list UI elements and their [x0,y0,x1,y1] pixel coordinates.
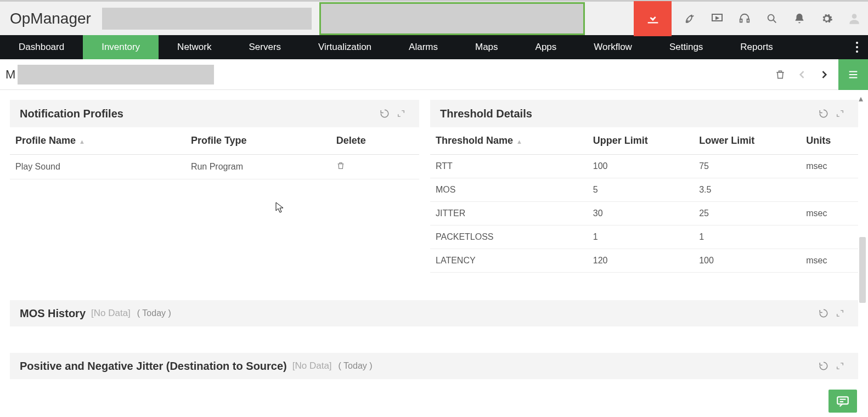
nav-item-reports[interactable]: Reports [722,35,792,59]
col-threshold-name[interactable]: Threshold Name▲ [430,127,588,155]
refresh-button[interactable] [815,358,832,374]
nav-item-maps[interactable]: Maps [456,35,517,59]
app-logo: OpManager [0,10,102,27]
table-row[interactable]: PACKETLOSS11 [430,226,858,249]
gear-icon[interactable] [813,1,841,36]
download-icon [645,10,661,27]
cell-lower-limit: 25 [694,202,801,226]
mos-history-range[interactable]: ( Today ) [137,308,171,318]
delete-device-button[interactable] [769,64,791,86]
svg-rect-2 [747,19,749,21]
cell-lower-limit: 100 [694,249,801,273]
refresh-button[interactable] [815,105,832,122]
table-row[interactable]: Play SoundRun Program [10,155,419,179]
cell-units: msec [801,202,858,226]
prev-device-button [791,64,813,86]
cell-units [801,178,858,202]
threshold-details-header: Threshold Details [430,100,858,127]
col-lower-limit[interactable]: Lower Limit [694,127,801,155]
svg-rect-1 [740,19,742,21]
cell-threshold-name: JITTER [430,202,588,226]
headset-icon[interactable] [731,1,758,36]
rocket-icon[interactable] [676,1,703,36]
svg-point-3 [768,14,774,20]
download-button[interactable] [634,1,672,36]
cell-threshold-name: MOS [430,178,588,202]
notification-profiles-title: Notification Profiles [20,108,123,120]
avatar-icon[interactable] [841,1,868,36]
svg-point-7 [856,50,858,53]
cell-upper-limit: 30 [588,202,694,226]
cell-lower-limit: 1 [694,226,801,249]
jitter-panel-range[interactable]: ( Today ) [339,361,373,371]
col-profile-name[interactable]: Profile Name▲ [10,127,185,155]
table-row[interactable]: RTT10075msec [430,155,858,178]
svg-point-6 [856,46,858,48]
nav-item-network[interactable]: Network [159,35,230,59]
nav-item-settings[interactable]: Settings [651,35,722,59]
expand-button[interactable] [393,105,409,122]
cell-lower-limit: 75 [694,155,801,178]
nav-item-dashboard[interactable]: Dashboard [0,35,83,59]
threshold-details-panel: Threshold Details Threshold Name▲ Upper … [430,100,858,273]
lower-panels: MOS History [No Data] ( Today ) Positive… [0,300,868,379]
cell-units: msec [801,249,858,273]
nav-item-workflow[interactable]: Workflow [575,35,651,59]
cell-threshold-name: LATENCY [430,249,588,273]
cell-threshold-name: RTT [430,155,588,178]
cell-profile-type: Run Program [185,155,331,179]
breadcrumb-placeholder [18,65,214,84]
nav-item-servers[interactable]: Servers [230,35,300,59]
delete-row-button[interactable] [336,162,345,172]
svg-point-5 [856,42,858,44]
expand-button[interactable] [832,105,848,122]
mos-history-panel: MOS History [No Data] ( Today ) [10,300,858,326]
sort-indicator-icon: ▲ [516,138,522,145]
scroll-up-icon[interactable]: ▴ [856,93,866,103]
presentation-icon[interactable] [703,1,731,36]
expand-button[interactable] [832,358,848,374]
expand-button[interactable] [832,305,848,322]
table-row[interactable]: MOS53.5 [430,178,858,202]
svg-rect-8 [837,397,848,404]
table-row[interactable]: JITTER3025msec [430,202,858,226]
cell-threshold-name: PACKETLOSS [430,226,588,249]
top-bar: OpManager [0,0,868,35]
help-chat-button[interactable] [828,390,857,413]
table-row[interactable]: LATENCY120100msec [430,249,858,273]
col-units[interactable]: Units [801,127,858,155]
side-panel-toggle[interactable] [838,59,868,90]
cell-upper-limit: 5 [588,178,694,202]
top-placeholder-1 [102,8,312,30]
top-icon-group [676,1,868,36]
cell-upper-limit: 100 [588,155,694,178]
bell-icon[interactable] [786,1,813,36]
col-upper-limit[interactable]: Upper Limit [588,127,694,155]
content-area: Notification Profiles Profile Name▲ Prof… [0,90,868,273]
notification-profiles-panel: Notification Profiles Profile Name▲ Prof… [10,100,419,273]
jitter-panel: Positive and Negative Jitter (Destinatio… [10,353,858,379]
breadcrumb-prefix: M [0,67,15,82]
nav-item-alarms[interactable]: Alarms [390,35,456,59]
top-placeholder-2 [319,2,585,35]
mos-history-nodata: [No Data] [91,308,131,319]
cell-upper-limit: 120 [588,249,694,273]
nav-item-virtualization[interactable]: Virtualization [300,35,390,59]
sub-header: M [0,59,868,90]
mos-history-title: MOS History [20,307,86,320]
nav-item-inventory[interactable]: Inventory [83,35,159,59]
refresh-button[interactable] [815,305,832,322]
nav-item-apps[interactable]: Apps [517,35,576,59]
cell-lower-limit: 3.5 [694,178,801,202]
cell-units: msec [801,155,858,178]
scrollbar-thumb[interactable] [859,237,866,303]
col-profile-type[interactable]: Profile Type [185,127,331,155]
cell-profile-name: Play Sound [10,155,185,179]
search-icon[interactable] [758,1,786,36]
jitter-panel-title: Positive and Negative Jitter (Destinatio… [20,360,287,373]
threshold-details-table: Threshold Name▲ Upper Limit Lower Limit … [430,127,858,273]
refresh-button[interactable] [376,105,393,122]
nav-more-button[interactable] [846,35,868,59]
col-delete: Delete [331,127,419,155]
next-device-button[interactable] [813,64,835,86]
